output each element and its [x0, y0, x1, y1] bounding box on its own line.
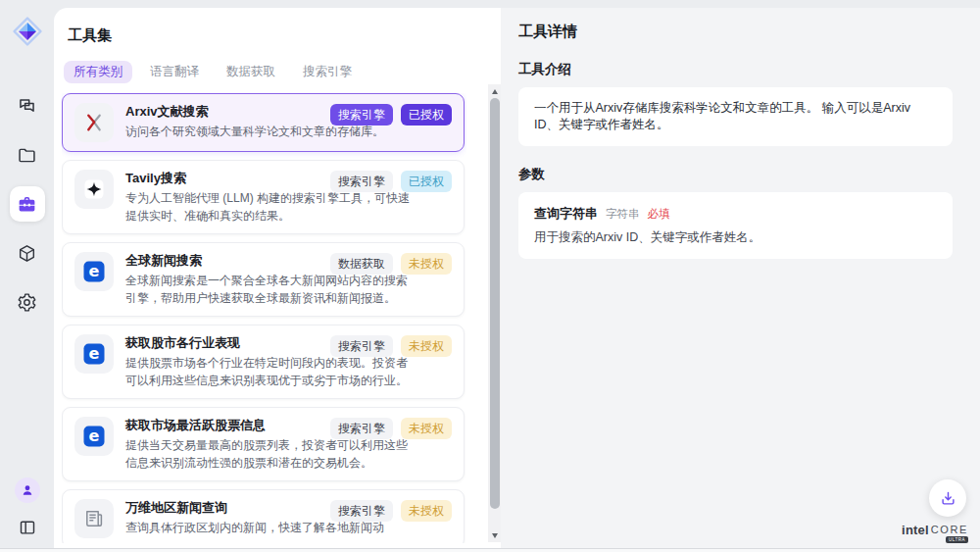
tool-card[interactable]: Arxiv文献搜索 访问各个研究领域大量科学论文和文章的存储库。 搜索引擎 已授… [62, 93, 465, 152]
rail-nav [10, 88, 45, 320]
status-badge: 未授权 [401, 335, 452, 357]
tool-card-badges: 数据获取 未授权 [330, 253, 452, 275]
tools-list-panel: 工具集 所有类别语言翻译数据获取搜索引擎 Arxiv文献搜索 访问各个研究领域大… [54, 8, 501, 552]
scroll-up-arrow[interactable] [488, 85, 501, 97]
sidebar-item-packages[interactable] [10, 235, 45, 271]
tool-card-badges: 搜索引擎 已授权 [330, 104, 452, 125]
panel-toggle-button[interactable] [15, 515, 40, 540]
tab-category-3[interactable]: 搜索引擎 [293, 61, 362, 83]
news-e-icon: e [74, 417, 114, 456]
tool-description: 全球新闻搜索是一个聚合全球各大新闻网站内容的搜索引擎，帮助用户快速获取全球最新资… [125, 272, 412, 307]
core-wordmark: CORE [931, 524, 968, 535]
scrollbar-thumb[interactable] [490, 98, 500, 509]
tool-card[interactable]: Tavily搜索 专为人工智能代理 (LLM) 构建的搜索引擎工具，可快速提供实… [62, 160, 465, 234]
status-badge: 未授权 [401, 253, 452, 275]
app-window: 工具集 所有类别语言翻译数据获取搜索引擎 Arxiv文献搜索 访问各个研究领域大… [0, 0, 980, 552]
download-icon [939, 489, 957, 508]
user-avatar[interactable] [15, 477, 40, 503]
sparkle-star-icon [74, 170, 114, 209]
param-required-badge: 必填 [648, 206, 670, 223]
category-badge: 搜索引擎 [330, 104, 393, 125]
params-heading: 参数 [518, 166, 953, 183]
user-avatar-icon [20, 482, 35, 498]
details-title: 工具详情 [518, 22, 953, 41]
window-bottom-edge [0, 548, 980, 552]
tool-card[interactable]: e 获取市场最活跃股票信息 提供当天交易量最高的股票列表，投资者可以利用这些信息… [62, 407, 465, 481]
rail-bottom [15, 477, 40, 540]
param-type: 字符串 [606, 206, 640, 223]
tab-category-0[interactable]: 所有类别 [64, 61, 132, 83]
svg-text:e: e [89, 344, 100, 363]
category-badge: 搜索引擎 [330, 171, 393, 192]
scroll-down-arrow[interactable] [488, 529, 501, 541]
category-badge: 搜索引擎 [330, 500, 393, 522]
category-badge: 搜索引擎 [330, 418, 393, 439]
param-name: 查询字符串 [534, 205, 598, 222]
folder-icon [17, 145, 37, 166]
sidebar-item-settings[interactable] [10, 284, 45, 320]
download-button[interactable] [929, 479, 966, 517]
category-badge: 数据获取 [330, 253, 393, 275]
tool-description: 提供股票市场各个行业在特定时间段内的表现。投资者可以利用这些信息来识别表现优于或… [125, 354, 412, 389]
tool-description: 专为人工智能代理 (LLM) 构建的搜索引擎工具，可快速提供实时、准确和真实的结… [125, 189, 412, 225]
core-badge: ULTRA [946, 536, 968, 543]
intel-wordmark: intel [902, 524, 929, 536]
tool-card-badges: 搜索引擎 未授权 [330, 500, 452, 522]
intro-box: 一个用于从Arxiv存储库搜索科学论文和文章的工具。 输入可以是Arxiv ID… [518, 87, 953, 146]
cube-icon [17, 243, 37, 264]
tool-card[interactable]: e 获取股市各行业表现 提供股票市场各个行业在特定时间段内的表现。投资者可以利用… [62, 325, 465, 399]
parameter-box: 查询字符串 字符串 必填 用于搜索的Arxiv ID、关键字或作者姓名。 [518, 192, 953, 259]
sidebar-item-chat[interactable] [10, 88, 45, 124]
list-scrollbar[interactable] [488, 84, 501, 542]
category-tabs: 所有类别语言翻译数据获取搜索引擎 [64, 61, 501, 83]
category-badge: 搜索引擎 [330, 335, 393, 357]
tool-details-panel: 工具详情 工具介绍 一个用于从Arxiv存储库搜索科学论文和文章的工具。 输入可… [501, 8, 980, 552]
news-e-icon: e [74, 334, 114, 374]
tool-card-badges: 搜索引擎 未授权 [330, 418, 452, 439]
sidebar-item-folder[interactable] [10, 137, 45, 173]
tool-cards-list: Arxiv文献搜索 访问各个研究领域大量科学论文和文章的存储库。 搜索引擎 已授… [62, 93, 466, 543]
svg-text:e: e [89, 427, 100, 445]
tab-category-2[interactable]: 数据获取 [217, 61, 285, 83]
intro-heading: 工具介绍 [518, 61, 953, 78]
param-description: 用于搜索的Arxiv ID、关键字或作者姓名。 [534, 229, 937, 246]
tools-panel-title: 工具集 [68, 25, 501, 45]
panel-toggle-icon [18, 518, 37, 537]
tool-card-badges: 搜索引擎 已授权 [330, 171, 452, 192]
intro-text: 一个用于从Arxiv存储库搜索科学论文和文章的工具。 输入可以是Arxiv ID… [534, 101, 910, 131]
tool-card-badges: 搜索引擎 未授权 [330, 335, 452, 357]
status-badge: 未授权 [401, 418, 452, 439]
arxiv-x-icon [74, 103, 114, 142]
left-rail [0, 0, 54, 552]
tool-card[interactable]: 万维地区新闻查询 查询具体行政区划内的新闻，快速了解各地新闻动 搜索引擎 未授权 [62, 489, 465, 543]
intel-core-logo: intel CORE ULTRA [902, 524, 968, 543]
status-badge: 未授权 [401, 500, 452, 522]
newspaper-icon [74, 499, 114, 538]
status-badge: 已授权 [401, 171, 452, 192]
status-badge: 已授权 [401, 104, 452, 125]
tool-card[interactable]: e 全球新闻搜索 全球新闻搜索是一个聚合全球各大新闻网站内容的搜索引擎，帮助用户… [62, 242, 465, 317]
main-container: 工具集 所有类别语言翻译数据获取搜索引擎 Arxiv文献搜索 访问各个研究领域大… [54, 8, 980, 552]
gear-icon [17, 292, 37, 313]
svg-text:e: e [89, 262, 100, 280]
news-e-icon: e [74, 252, 114, 291]
toolbox-icon [17, 194, 37, 215]
chat-icon [17, 96, 37, 117]
tool-description: 提供当天交易量最高的股票列表，投资者可以利用这些信息来识别流动性强的股票和潜在的… [125, 436, 412, 472]
gem-logo [12, 16, 43, 47]
tab-category-1[interactable]: 语言翻译 [140, 61, 209, 83]
core-wordmark-wrap: CORE ULTRA [931, 524, 968, 543]
sidebar-item-tools[interactable] [10, 186, 45, 222]
parameter-header: 查询字符串 字符串 必填 [534, 205, 937, 223]
